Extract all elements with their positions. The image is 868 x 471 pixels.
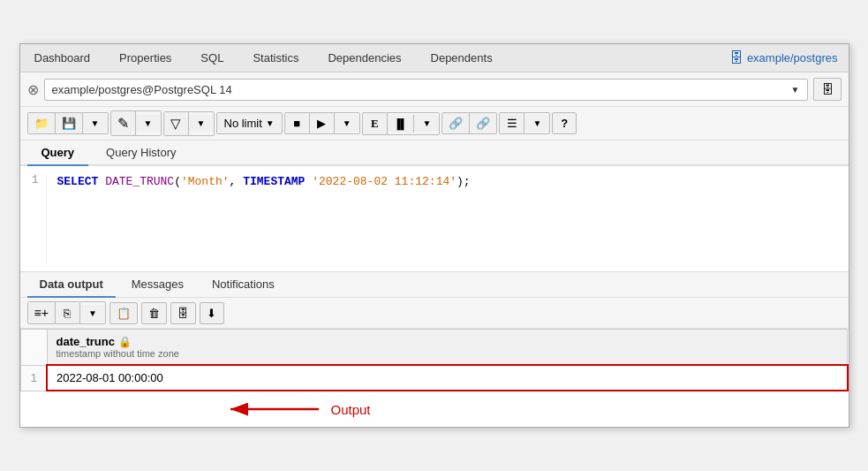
run-group: ■ ▶ ▼ xyxy=(284,112,360,134)
paste-button[interactable]: 📋 xyxy=(109,302,138,324)
sql-string-datetime: '2022-08-02 11:12:14' xyxy=(312,175,457,188)
sql-end: ); xyxy=(457,175,471,188)
save-file-button[interactable]: 💾 xyxy=(56,113,83,133)
tab-query-history[interactable]: Query History xyxy=(92,141,190,166)
add-row-button[interactable]: ≡+ xyxy=(28,302,56,323)
filter-chevron-button[interactable]: ▼ xyxy=(189,115,214,132)
explain-button[interactable]: E xyxy=(363,113,388,134)
output-annotation-label: Output xyxy=(331,402,371,417)
data-output-area: date_trunc 🔒 timestamp without time zone… xyxy=(20,329,849,427)
connection-bar: ⊗ example/postgres@PostgreSQL 14 ▼ 🗄 xyxy=(20,72,849,107)
tab-dashboard[interactable]: Dashboard xyxy=(20,44,106,72)
results-table: date_trunc 🔒 timestamp without time zone… xyxy=(20,329,849,391)
edit-button[interactable]: ✎ xyxy=(111,111,136,135)
top-nav-right-label: example/postgres xyxy=(747,51,838,65)
list-chevron-button[interactable]: ▼ xyxy=(525,115,549,132)
connection-dropdown[interactable]: example/postgres@PostgreSQL 14 ▼ xyxy=(44,79,808,101)
no-limit-chevron-icon: ▼ xyxy=(266,118,275,128)
sql-keyword-select: SELECT xyxy=(57,175,99,188)
no-limit-label: No limit xyxy=(224,117,262,130)
column-name: date_trunc xyxy=(57,335,115,348)
line-numbers: 1 xyxy=(20,173,47,264)
output-value-cell: 2022-08-01 00:00:00 xyxy=(47,365,848,391)
sql-keyword-timestamp: TIMESTAMP xyxy=(243,175,305,188)
no-limit-dropdown[interactable]: No limit ▼ xyxy=(216,112,283,134)
list-group: ☰ ▼ xyxy=(499,112,550,134)
column-type: timestamp without time zone xyxy=(57,348,839,359)
tab-data-output[interactable]: Data output xyxy=(27,272,116,298)
db-icon: 🗄 xyxy=(729,50,743,66)
delete-row-button[interactable]: 🗑 xyxy=(141,302,167,324)
copy-button[interactable]: ⎘ xyxy=(56,303,80,323)
output-toolbar: ≡+ ⎘ ▼ 📋 🗑 🗄 ⬇ xyxy=(20,298,849,329)
edit-chevron-button[interactable]: ▼ xyxy=(136,115,161,132)
main-window: Dashboard Properties SQL Statistics Depe… xyxy=(19,43,849,428)
filter-group: ▽ ▼ xyxy=(163,111,215,136)
lock-icon: 🔒 xyxy=(118,336,132,348)
copy-chevron-button[interactable]: ▼ xyxy=(80,305,105,322)
connection-db-button[interactable]: 🗄 xyxy=(813,78,842,101)
output-tabs: Data output Messages Notifications xyxy=(20,272,849,298)
table-row: 1 2022-08-01 00:00:00 xyxy=(20,365,848,391)
tab-dependents[interactable]: Dependents xyxy=(417,44,508,72)
run-chevron-button[interactable]: ▼ xyxy=(335,115,359,132)
tab-properties[interactable]: Properties xyxy=(105,44,186,72)
folder-save-group: 📁 💾 ▼ xyxy=(27,112,109,134)
row-number-1: 1 xyxy=(20,365,47,391)
chevron-down-icon: ▼ xyxy=(791,85,800,95)
main-toolbar: 📁 💾 ▼ ✎ ▼ ▽ ▼ No limit ▼ ■ ▶ ▼ E ▐▌ ▼ 🔗 … xyxy=(20,107,849,141)
tab-sql[interactable]: SQL xyxy=(186,44,238,72)
db-group: 🔗 🔗 xyxy=(442,112,497,134)
sql-function-datetrunc: DATE_TRUNC xyxy=(105,175,174,188)
tab-dependencies[interactable]: Dependencies xyxy=(313,44,416,72)
row-num-header xyxy=(20,330,47,366)
stop-button[interactable]: ■ xyxy=(285,113,310,133)
db-link2-button[interactable]: 🔗 xyxy=(470,113,496,133)
sql-string-month: 'Month' xyxy=(181,175,230,188)
annotation-area: Output xyxy=(20,391,849,427)
connection-label: 🗄 example/postgres xyxy=(719,44,849,72)
arrow-icon xyxy=(222,399,328,420)
open-file-button[interactable]: 📁 xyxy=(28,113,56,133)
output-add-copy-group: ≡+ ⎘ ▼ xyxy=(27,301,106,324)
filter-button[interactable]: ▽ xyxy=(164,112,189,135)
explain-group: E ▐▌ ▼ xyxy=(362,112,441,135)
sql-editor[interactable]: 1 SELECT DATE_TRUNC('Month', TIMESTAMP '… xyxy=(20,166,849,272)
explain-icon: E xyxy=(371,117,379,131)
list-button[interactable]: ☰ xyxy=(500,113,525,133)
query-tabs: Query Query History xyxy=(20,141,849,166)
connection-value: example/postgres@PostgreSQL 14 xyxy=(52,83,232,96)
help-button[interactable]: ? xyxy=(552,112,577,134)
save-chevron-button[interactable]: ▼ xyxy=(83,115,108,132)
tab-statistics[interactable]: Statistics xyxy=(238,44,313,72)
play-button[interactable]: ▶ xyxy=(310,113,335,133)
edit-group: ✎ ▼ xyxy=(110,110,162,136)
column-header-date-trunc: date_trunc 🔒 timestamp without time zone xyxy=(47,330,848,366)
top-nav: Dashboard Properties SQL Statistics Depe… xyxy=(20,44,849,72)
sql-content[interactable]: SELECT DATE_TRUNC('Month', TIMESTAMP '20… xyxy=(47,173,849,264)
line-number-1: 1 xyxy=(27,173,39,186)
download-button[interactable]: ⬇ xyxy=(200,302,224,324)
save-data-button[interactable]: 🗄 xyxy=(170,302,196,324)
connection-icon: ⊗ xyxy=(27,81,39,98)
explain-chart-button[interactable]: ▐▌ xyxy=(388,115,415,133)
tab-notifications[interactable]: Notifications xyxy=(200,272,287,298)
explain-chevron-button[interactable]: ▼ xyxy=(414,115,439,132)
db-link-button[interactable]: 🔗 xyxy=(442,113,470,133)
tab-query[interactable]: Query xyxy=(27,141,89,166)
tab-messages[interactable]: Messages xyxy=(119,272,196,298)
